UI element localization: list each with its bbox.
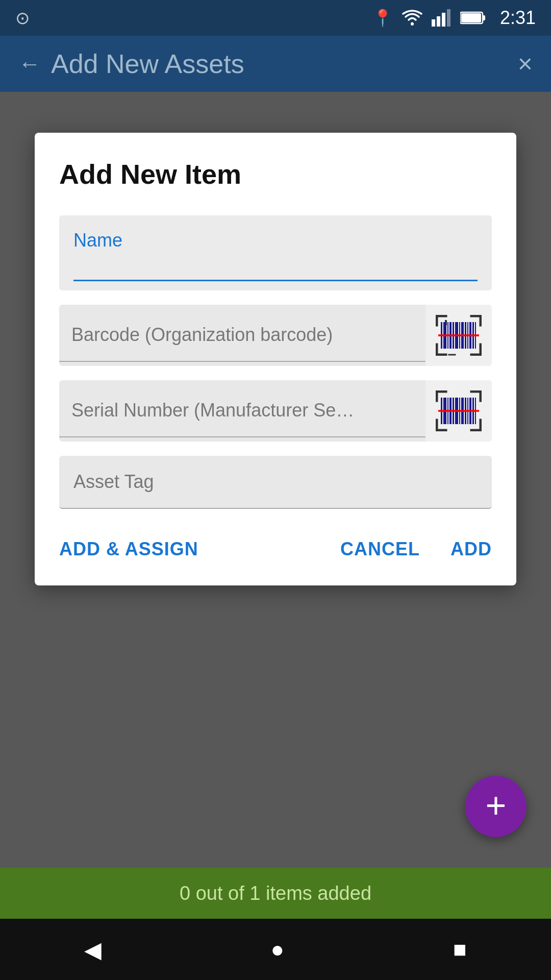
serial-barcode-icon <box>436 390 482 431</box>
cancel-button[interactable]: CANCEL <box>340 538 420 560</box>
navigation-bar: ◀ ● ■ <box>0 919 551 980</box>
location-icon: 📍 <box>372 8 393 28</box>
svg-rect-1 <box>432 19 435 27</box>
barcode-scan-button[interactable] <box>425 305 492 366</box>
barcode-field-container: Barcode (Organization barcode) <box>59 305 492 366</box>
modal-actions: ADD & ASSIGN CANCEL ADD <box>59 533 492 560</box>
nav-recent-button[interactable]: ■ <box>453 937 467 962</box>
action-right-buttons: CANCEL ADD <box>340 538 492 560</box>
back-button[interactable]: ← <box>18 51 41 77</box>
top-bar: ← Add New Assets × <box>0 36 551 92</box>
svg-rect-23 <box>438 334 479 336</box>
name-field-container: Name <box>59 215 492 290</box>
barcode-text-area: Barcode (Organization barcode) <box>59 309 425 362</box>
nav-home-button[interactable]: ● <box>270 937 284 962</box>
svg-rect-6 <box>483 15 485 20</box>
serial-placeholder: Serial Number (Manufacturer Se… <box>71 400 354 421</box>
serial-field-container: Serial Number (Manufacturer Se… <box>59 380 492 442</box>
add-button[interactable]: ADD <box>450 538 492 560</box>
barcode-placeholder: Barcode (Organization barcode) <box>71 324 333 345</box>
status-bar-left: ⊙ <box>15 0 30 36</box>
status-bar: ⊙ 📍 2:31 <box>0 0 551 36</box>
add-new-item-dialog: Add New Item Name Barcode (Organization … <box>35 133 516 585</box>
battery-icon <box>460 11 486 25</box>
svg-point-0 <box>411 22 414 26</box>
name-underline <box>73 280 478 281</box>
name-input[interactable] <box>73 253 478 275</box>
add-assign-button[interactable]: ADD & ASSIGN <box>59 538 198 560</box>
status-time: 2:31 <box>500 7 536 29</box>
asset-tag-field: Asset Tag <box>59 456 492 509</box>
svg-rect-4 <box>447 9 450 27</box>
wifi-icon <box>402 9 422 27</box>
dialog-title: Add New Item <box>59 158 492 190</box>
name-label: Name <box>73 230 478 251</box>
close-button[interactable]: × <box>518 49 533 79</box>
svg-rect-3 <box>442 13 445 27</box>
nav-back-button[interactable]: ◀ <box>84 937 102 963</box>
alarm-icon: ⊙ <box>15 8 30 28</box>
svg-rect-37 <box>438 410 479 412</box>
items-added-status: 0 out of 1 items added <box>180 883 371 904</box>
asset-tag-placeholder: Asset Tag <box>73 471 154 492</box>
bottom-status-bar: 0 out of 1 items added <box>0 868 551 919</box>
signal-icon <box>432 9 451 27</box>
page-title: Add New Assets <box>51 48 518 79</box>
svg-rect-2 <box>437 16 440 27</box>
serial-scan-button[interactable] <box>425 380 492 442</box>
fab-plus-icon: + <box>486 788 507 823</box>
serial-text-area: Serial Number (Manufacturer Se… <box>59 384 425 437</box>
fab-button[interactable]: + <box>465 776 527 837</box>
svg-rect-7 <box>461 13 481 22</box>
barcode-icon <box>436 315 482 356</box>
